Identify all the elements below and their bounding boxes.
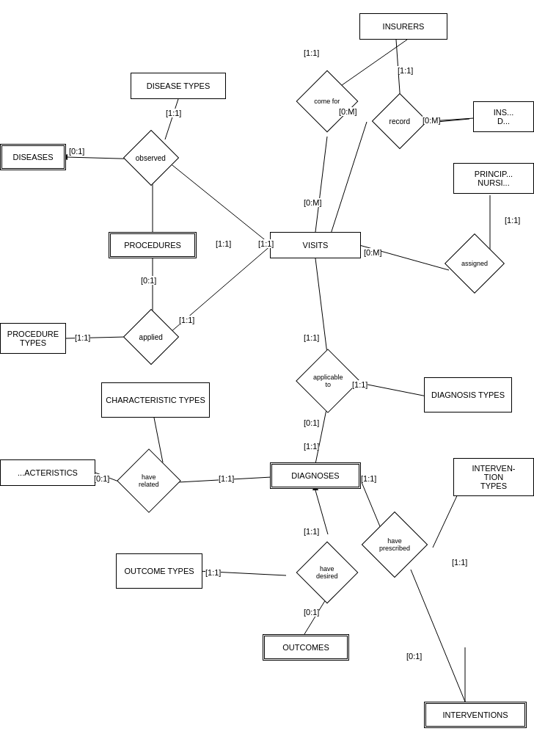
card-c12: [1:1] [304, 333, 319, 342]
diagnosis-types-entity: DIAGNOSIS TYPES [424, 377, 512, 412]
come-for-diamond: come for [296, 70, 359, 133]
card-c9: [0:1] [141, 276, 156, 285]
applied-diamond: applied [123, 309, 179, 365]
svg-line-5 [327, 122, 367, 245]
card-c11: [1:1] [75, 333, 90, 342]
have-desired-label: havedesired [316, 565, 338, 580]
interventions-entity: INTERVENTIONS [424, 702, 527, 728]
svg-line-4 [437, 119, 469, 122]
procedures-label: PROCEDURES [124, 241, 181, 250]
insurers-label: INSURERS [383, 22, 425, 31]
intervention-types-label: INTERVEN-TIONTYPES [472, 464, 515, 490]
card-c4: [1:1] [398, 66, 413, 75]
come-for-label: come for [314, 98, 340, 105]
diseases-entity: DISEASES [0, 144, 66, 170]
visits-label: VISITS [303, 241, 329, 250]
applicable-to-diamond: applicableto [296, 349, 360, 413]
diagnosis-types-label: DIAGNOSIS TYPES [431, 390, 505, 399]
card-0m-record: [0:M] [423, 116, 440, 125]
card-c15: [0:M] [364, 248, 381, 257]
svg-line-1 [315, 137, 327, 232]
procedure-types-label: PROCEDURETYPES [7, 330, 59, 347]
svg-line-22 [411, 570, 465, 702]
record-diamond: record [372, 93, 428, 149]
have-prescribed-diamond: haveprescribed [362, 512, 428, 578]
card-c25: [1:1] [505, 216, 520, 225]
characteristics-entity: ...ACTERISTICS [0, 459, 95, 486]
card-c7: [1:1] [216, 239, 231, 248]
insurer-d-entity: INS...D... [473, 101, 534, 132]
diagnoses-label: DIAGNOSES [291, 471, 339, 480]
principal-nurse-entity: PRINCIP...NURSI... [453, 163, 534, 194]
interventions-label: INTERVENTIONS [442, 710, 508, 719]
card-c8: [1:1] [258, 239, 274, 248]
assigned-diamond: assigned [445, 233, 505, 294]
card-c5: [0:M] [339, 107, 356, 116]
have-prescribed-label: haveprescribed [379, 537, 410, 552]
card-c20: [1:1] [205, 568, 221, 577]
applied-label: applied [139, 332, 163, 341]
intervention-types-entity: INTERVEN-TIONTYPES [453, 458, 534, 496]
insurer-d-label: INS...D... [494, 108, 514, 126]
record-label: record [389, 117, 410, 125]
svg-line-6 [165, 99, 178, 139]
assigned-label: assigned [461, 260, 488, 267]
card-c3: [1:1] [304, 48, 319, 57]
er-diagram: INSURERS INS...D... PRINCIP...NURSI... D… [0, 0, 534, 756]
card-c13: [1:1] [352, 380, 367, 389]
procedure-types-entity: PROCEDURETYPES [0, 323, 66, 354]
characteristics-label: ...ACTERISTICS [18, 468, 78, 477]
insurers-entity: INSURERS [359, 13, 447, 40]
have-related-diamond: haverelated [117, 448, 181, 513]
card-c6: [0:M] [304, 198, 321, 207]
card-c17: [0:1] [94, 474, 109, 483]
characteristic-types-label: CHARACTERISTIC TYPES [106, 396, 205, 404]
disease-types-entity: DISEASE TYPES [131, 73, 226, 99]
observed-diamond: observed [123, 130, 179, 186]
card-c24: [1:1] [452, 558, 467, 567]
card-c19: [1:1] [361, 474, 376, 483]
outcome-types-label: OUTCOME TYPES [124, 567, 194, 575]
disease-types-label: DISEASE TYPES [147, 81, 211, 90]
visits-entity: VISITS [270, 232, 361, 258]
card-c14: [0:1] [304, 418, 319, 427]
card-c1: [1:1] [166, 109, 181, 117]
have-related-label: haverelated [139, 473, 159, 488]
card-c22: [0:1] [304, 608, 319, 617]
outcome-types-entity: OUTCOME TYPES [116, 553, 202, 589]
card-c18: [1:1] [219, 474, 234, 483]
procedures-entity: PROCEDURES [109, 232, 197, 258]
card-c2: [0:1] [69, 147, 84, 156]
outcomes-entity: OUTCOMES [263, 634, 349, 661]
observed-label: observed [136, 153, 166, 161]
card-c23: [0:1] [406, 652, 422, 661]
card-c10: [1:1] [179, 316, 194, 324]
card-c21: [1:1] [304, 527, 319, 536]
have-desired-diamond: havedesired [296, 542, 359, 604]
card-c16: [1:1] [304, 442, 319, 451]
principal-nurse-label: PRINCIP...NURSI... [475, 170, 513, 187]
diseases-label: DISEASES [12, 153, 53, 161]
outcomes-label: OUTCOMES [282, 643, 329, 652]
svg-line-14 [315, 258, 328, 360]
applicable-to-label: applicableto [313, 374, 343, 388]
diagnoses-entity: DIAGNOSES [270, 462, 361, 489]
characteristic-types-entity: CHARACTERISTIC TYPES [101, 382, 210, 418]
